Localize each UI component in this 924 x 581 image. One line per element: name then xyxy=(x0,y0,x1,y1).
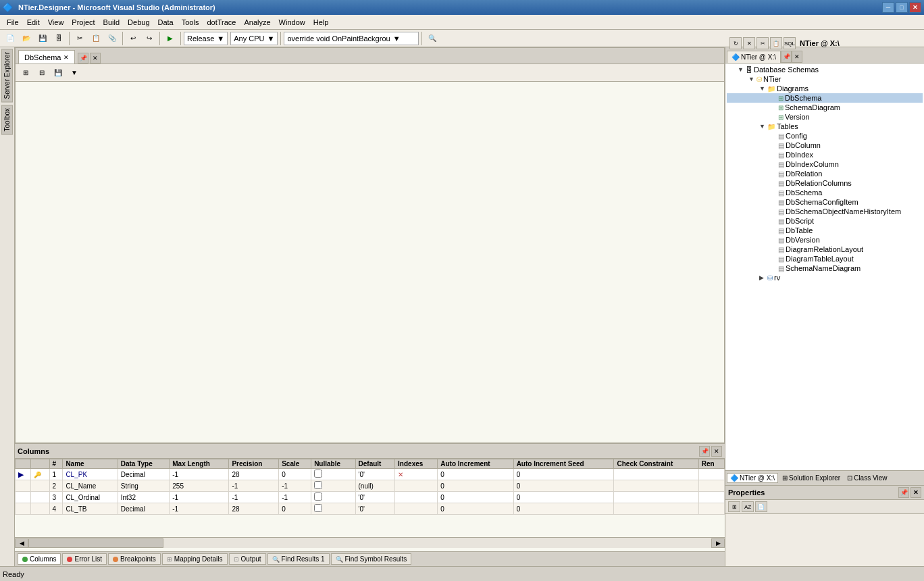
col-nullable[interactable] xyxy=(311,503,355,515)
tab-mapping[interactable]: ⊞ Mapping Details xyxy=(162,553,228,565)
rt-pin-icon[interactable]: 📌 xyxy=(781,51,792,63)
col-header-autoinc[interactable]: Auto Increment xyxy=(438,459,513,469)
rb-tab-solution[interactable]: ⊞ Solution Explorer xyxy=(779,474,843,482)
menu-dottrace[interactable]: dotTrace xyxy=(203,17,240,28)
col-name[interactable]: CL_PK xyxy=(63,469,118,480)
col-autoincseeded[interactable]: 0 xyxy=(513,480,614,492)
tree-node-version-diag[interactable]: ⊞ Version xyxy=(727,112,923,122)
table-row[interactable]: 3 CL_Ordinal Int32 -1 -1 -1 '0' 0 0 xyxy=(16,492,725,503)
col-header-scale[interactable]: Scale xyxy=(279,459,311,469)
cpu-dropdown[interactable]: Any CPU ▼ xyxy=(230,32,278,45)
col-default[interactable]: '0' xyxy=(355,469,395,480)
col-default[interactable]: '0' xyxy=(355,503,395,515)
tab-breakpoints[interactable]: Breakpoints xyxy=(108,553,161,565)
col-name[interactable]: CL_TB xyxy=(63,503,118,515)
rt-tab-ntier[interactable]: 🔷 NTier @ X:\ xyxy=(727,51,781,63)
col-datatype[interactable]: Decimal xyxy=(118,503,170,515)
col-scroll-track[interactable] xyxy=(28,538,711,548)
table-row[interactable]: 2 CL_Name String 255 -1 -1 (null) 0 0 xyxy=(16,480,725,492)
col-nullable[interactable] xyxy=(311,480,355,492)
col-autoinc[interactable]: 0 xyxy=(438,480,513,492)
col-nullable[interactable] xyxy=(311,492,355,503)
col-header-nullable[interactable]: Nullable xyxy=(311,459,355,469)
col-check[interactable] xyxy=(614,503,698,515)
col-indexes[interactable] xyxy=(395,492,438,503)
col-precision[interactable]: 28 xyxy=(229,503,279,515)
close-tab-icon[interactable]: ✕ xyxy=(63,54,69,61)
tree-node-table-schemanamediag[interactable]: ▤ SchemaNameDiagram xyxy=(727,263,923,273)
tb-new[interactable]: 📄 xyxy=(3,31,18,46)
rb-tab-classview[interactable]: ⊡ Class View xyxy=(844,474,890,482)
menu-debug[interactable]: Debug xyxy=(124,17,153,28)
col-ren[interactable] xyxy=(698,469,724,480)
dt-dropdown[interactable]: ▼ xyxy=(67,66,82,80)
col-indexes[interactable] xyxy=(395,480,438,492)
col-header-indexes[interactable]: Indexes xyxy=(395,459,438,469)
col-datatype[interactable]: Decimal xyxy=(118,469,170,480)
col-autoincseeded[interactable]: 0 xyxy=(513,492,614,503)
rt-copy-icon[interactable]: 📋 xyxy=(770,37,782,49)
columns-table-wrap[interactable]: # Name Data Type Max Length Precision Sc… xyxy=(15,459,725,537)
dt-grid[interactable]: ⊞ xyxy=(18,66,33,80)
tb-redo[interactable]: ↪ xyxy=(142,31,157,46)
tree-node-table-dbindex[interactable]: ▤ DbIndex xyxy=(727,150,923,159)
tree-node-diagrams[interactable]: ▼ 📁 Diagrams xyxy=(727,84,923,93)
rt-refresh-icon[interactable]: ↻ xyxy=(729,37,742,49)
release-dropdown[interactable]: Release ▼ xyxy=(184,32,228,45)
close-button[interactable]: ✕ xyxy=(909,2,921,13)
target-dropdown[interactable]: override void OnPaintBackgrou ▼ xyxy=(284,32,419,45)
toolbox-tab[interactable]: Toolbox xyxy=(1,105,13,134)
col-datatype[interactable]: Int32 xyxy=(118,492,170,503)
nullable-checkbox[interactable] xyxy=(314,470,322,478)
tree-node-table-diagtablelayout[interactable]: ▤ DiagramTableLayout xyxy=(727,254,923,263)
rt-sql-icon[interactable]: SQL xyxy=(784,37,796,49)
col-name[interactable]: CL_Name xyxy=(63,480,118,492)
tree-node-table-dbcolumn[interactable]: ▤ DbColumn xyxy=(727,141,923,150)
menu-data[interactable]: Data xyxy=(154,17,178,28)
tb-paste[interactable]: 📎 xyxy=(105,31,120,46)
menu-build[interactable]: Build xyxy=(99,17,124,28)
tree-node-table-dbtable[interactable]: ▤ DbTable xyxy=(727,226,923,235)
tree-node-table-dbschema[interactable]: ▤ DbSchema xyxy=(727,188,923,197)
menu-analyze[interactable]: Analyze xyxy=(240,17,274,28)
dt-save[interactable]: 💾 xyxy=(51,66,66,80)
props-sort-cat-btn[interactable]: ⊞ xyxy=(728,501,740,512)
nullable-checkbox[interactable] xyxy=(314,481,322,489)
rt-cut-icon[interactable]: ✂ xyxy=(756,37,769,49)
table-row[interactable]: 4 CL_TB Decimal -1 28 0 '0' 0 0 xyxy=(16,503,725,515)
col-indexes[interactable]: ✕ xyxy=(395,469,438,480)
col-header-datatype[interactable]: Data Type xyxy=(118,459,170,469)
tree-node-schemadiag[interactable]: ⊞ SchemaDiagram xyxy=(727,103,923,112)
server-explorer-tab[interactable]: Server Explorer xyxy=(1,49,13,102)
tree-node-table-dbrelcols[interactable]: ▤ DbRelationColumns xyxy=(727,178,923,188)
tree-node-rv[interactable]: ▶ ⛁ rv xyxy=(727,273,923,282)
col-header-autoincseeded[interactable]: Auto Increment Seed xyxy=(513,459,614,469)
col-name[interactable]: CL_Ordinal xyxy=(63,492,118,503)
col-scroll-left[interactable]: ◀ xyxy=(15,538,28,548)
col-ren[interactable] xyxy=(698,480,724,492)
col-precision[interactable]: -1 xyxy=(229,492,279,503)
dbschema-tab[interactable]: DbSchema ✕ xyxy=(18,50,75,64)
col-precision[interactable]: -1 xyxy=(229,480,279,492)
col-precision[interactable]: 28 xyxy=(229,469,279,480)
tree-node-ntier[interactable]: ▼ ⛁ NTier xyxy=(727,74,923,84)
col-header-num[interactable]: # xyxy=(49,459,63,469)
menu-tools[interactable]: Tools xyxy=(178,17,203,28)
tree-node-table-dbscript[interactable]: ▤ DbScript xyxy=(727,216,923,226)
props-pin-icon[interactable]: 📌 xyxy=(898,487,909,498)
tree-node-table-dbschemaobj[interactable]: ▤ DbSchemaObjectNameHistoryItem xyxy=(727,207,923,216)
col-autoinc[interactable]: 0 xyxy=(438,469,513,480)
tree-node-table-config[interactable]: ▤ Config xyxy=(727,131,923,141)
maximize-button[interactable]: □ xyxy=(896,2,908,13)
col-header-pk[interactable] xyxy=(31,459,49,469)
col-datatype[interactable]: String xyxy=(118,480,170,492)
col-h-scrollbar[interactable]: ◀ ▶ xyxy=(15,537,725,548)
col-header-default[interactable]: Default xyxy=(355,459,395,469)
tab-columns[interactable]: Columns xyxy=(18,553,61,565)
col-scale[interactable]: -1 xyxy=(279,480,311,492)
col-default[interactable]: (null) xyxy=(355,480,395,492)
col-autoinc[interactable]: 0 xyxy=(438,492,513,503)
tb-undo[interactable]: ↩ xyxy=(126,31,140,46)
col-nullable[interactable] xyxy=(311,469,355,480)
tree-node-dbschema-diag[interactable]: ⊞ DbSchema xyxy=(727,93,923,103)
